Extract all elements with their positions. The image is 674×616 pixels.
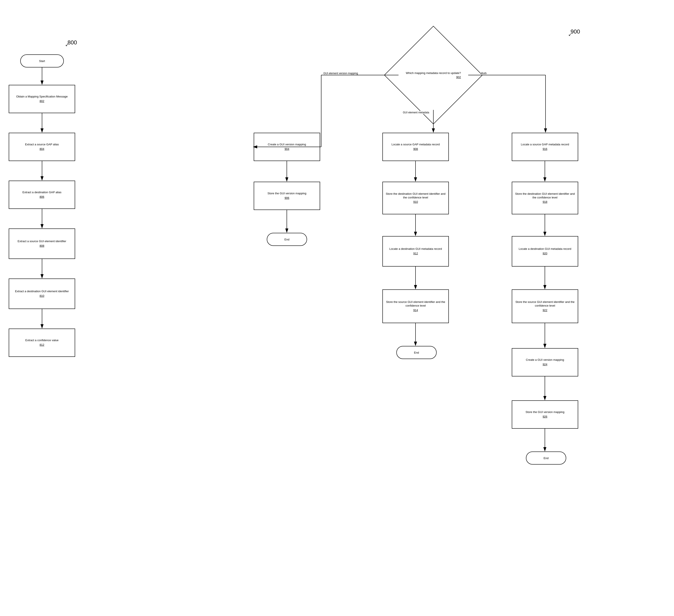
node-904-ref: 904 bbox=[285, 147, 290, 151]
node-802-text: Obtain a Mapping Specification Message bbox=[16, 95, 68, 99]
diagram-container: 800 ↙ 900 ↙ Start Obtain a Mapping Speci… bbox=[0, 0, 674, 616]
node-908-ref: 908 bbox=[413, 147, 418, 151]
node-916-ref: 916 bbox=[543, 147, 548, 151]
node-808: Extract a source GUI element identifier … bbox=[9, 228, 75, 259]
node-804: Extract a source GAP alias 804 bbox=[9, 133, 75, 161]
node-908: Locate a source GAP metadata record 908 bbox=[382, 133, 449, 161]
node-802: Obtain a Mapping Specification Message 8… bbox=[9, 85, 75, 113]
diamond-902-label: Which mapping metadata record to update? bbox=[406, 71, 461, 74]
node-910-ref: 910 bbox=[413, 200, 418, 204]
node-924: Create a GUI version mapping 924 bbox=[512, 348, 578, 376]
label-gui-version: GUI element version mapping bbox=[323, 72, 358, 75]
node-922-text: Store the source GUI element identifier … bbox=[514, 300, 576, 308]
end-node-1: End bbox=[267, 233, 307, 246]
label-gui-metadata: GUI element metadata bbox=[403, 111, 429, 114]
diamond-902-ref: 902 bbox=[406, 75, 461, 79]
node-906: Store the GUI version mapping 906 bbox=[254, 182, 320, 210]
node-904-text: Create a GUI version mapping bbox=[268, 143, 306, 146]
node-912-ref: 912 bbox=[413, 252, 418, 256]
node-914-text: Store the source GUI element identifier … bbox=[384, 300, 447, 308]
diamond-902-text: Which mapping metadata record to update?… bbox=[395, 43, 471, 107]
start-label: Start bbox=[39, 59, 45, 63]
node-926-text: Store the GUI version mapping bbox=[526, 410, 564, 414]
arrow-900: ↙ bbox=[568, 32, 572, 37]
node-924-ref: 924 bbox=[543, 363, 548, 366]
node-914-ref: 914 bbox=[413, 309, 418, 312]
diagram-900-label: 900 bbox=[571, 28, 580, 35]
node-918: Store the destination GUI element identi… bbox=[512, 182, 578, 214]
node-802-ref: 802 bbox=[40, 100, 44, 103]
node-808-text: Extract a source GUI element identifier bbox=[18, 240, 66, 243]
node-812-ref: 812 bbox=[40, 343, 44, 347]
node-916-text: Locate a source GAP metadata record bbox=[521, 143, 569, 146]
node-810-text: Extract a destination GUI element identi… bbox=[15, 290, 69, 293]
node-926: Store the GUI version mapping 926 bbox=[512, 401, 578, 429]
node-920-text: Locate a destination GUI metadata record bbox=[519, 247, 571, 251]
node-812-text: Extract a confidence value bbox=[25, 339, 59, 342]
node-804-text: Extract a source GAP alias bbox=[25, 143, 59, 146]
label-both: Both bbox=[481, 72, 487, 75]
end-1-label: End bbox=[285, 238, 290, 241]
node-804-ref: 804 bbox=[40, 147, 44, 151]
end-3-label: End bbox=[544, 457, 549, 460]
node-806-text: Extract a destination GAP alias bbox=[22, 191, 62, 194]
diagram-800-label: 800 bbox=[68, 39, 77, 46]
node-926-ref: 926 bbox=[543, 415, 548, 419]
node-912: Locate a destination GUI metadata record… bbox=[382, 236, 449, 267]
start-node: Start bbox=[20, 54, 64, 67]
node-912-text: Locate a destination GUI metadata record bbox=[389, 247, 442, 251]
node-906-text: Store the GUI version mapping bbox=[267, 192, 306, 195]
node-910-text: Store the destination GUI element identi… bbox=[384, 192, 447, 199]
node-806: Extract a destination GAP alias 806 bbox=[9, 181, 75, 209]
node-920: Locate a destination GUI metadata record… bbox=[512, 236, 578, 267]
node-806-ref: 806 bbox=[40, 195, 44, 199]
node-810-ref: 810 bbox=[40, 294, 44, 298]
end-node-3: End bbox=[526, 452, 566, 465]
end-node-2: End bbox=[396, 346, 437, 359]
node-810: Extract a destination GUI element identi… bbox=[9, 279, 75, 309]
node-906-ref: 906 bbox=[285, 196, 290, 200]
node-918-ref: 918 bbox=[543, 200, 548, 204]
node-910: Store the destination GUI element identi… bbox=[382, 182, 449, 214]
node-908-text: Locate a source GAP metadata record bbox=[391, 143, 440, 146]
node-922: Store the source GUI element identifier … bbox=[512, 289, 578, 323]
node-904: Create a GUI version mapping 904 bbox=[254, 133, 320, 161]
end-2-label: End bbox=[414, 351, 419, 354]
node-916: Locate a source GAP metadata record 916 bbox=[512, 133, 578, 161]
node-808-ref: 808 bbox=[40, 244, 44, 248]
arrow-800: ↙ bbox=[65, 42, 69, 47]
node-918-text: Store the destination GUI element identi… bbox=[514, 192, 576, 199]
node-924-text: Create a GUI version mapping bbox=[526, 358, 564, 362]
node-920-ref: 920 bbox=[543, 252, 548, 256]
node-914: Store the source GUI element identifier … bbox=[382, 289, 449, 323]
node-922-ref: 922 bbox=[543, 309, 548, 312]
node-812: Extract a confidence value 812 bbox=[9, 329, 75, 357]
